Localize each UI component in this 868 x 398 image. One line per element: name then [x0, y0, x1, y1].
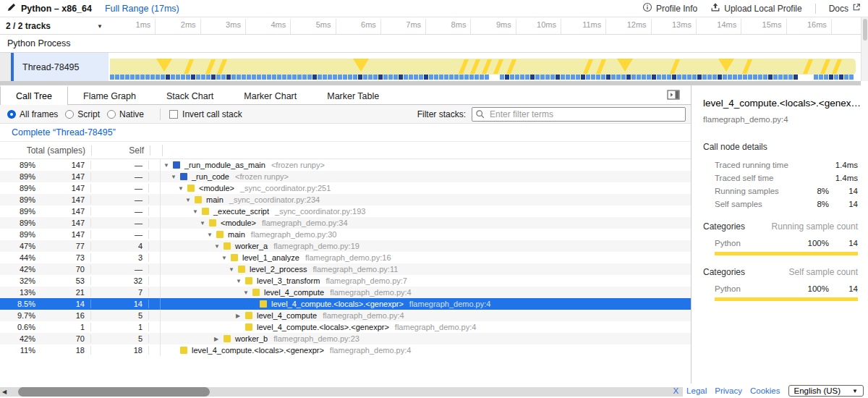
call-tree-row[interactable]: 9.7%165▶level_4_computeflamegraph_demo.p…: [0, 310, 691, 321]
tab-flame-graph[interactable]: Flame Graph: [68, 85, 151, 104]
ruler-tick-label: 15ms: [743, 20, 782, 29]
call-tree-row[interactable]: 89%147—▼_run_module_as_main<frozen runpy…: [0, 159, 691, 171]
row-self-samples: —: [91, 184, 149, 192]
invert-call-stack-checkbox[interactable]: Invert call stack: [169, 109, 242, 119]
twisty-expanded-icon[interactable]: ▼: [178, 185, 187, 192]
sample-strip[interactable]: [110, 75, 856, 80]
twisty-collapsed-icon[interactable]: ▶: [236, 313, 245, 319]
tab-stack-chart[interactable]: Stack Chart: [151, 85, 229, 104]
profile-name-button[interactable]: Python – x86_64: [0, 3, 92, 14]
language-select[interactable]: English (US) ▼: [788, 385, 864, 397]
sample-tick: [728, 75, 732, 80]
call-tree-row[interactable]: 11%1818level_4_compute.<locals>.<genexpr…: [0, 344, 691, 356]
docs-link[interactable]: Docs: [829, 3, 861, 14]
call-tree-row[interactable]: 89%147—▼main_sync_coordinator.py:234: [0, 194, 691, 206]
row-total-percent: 47%: [0, 242, 38, 250]
row-function-cell: ▼level_3_transformflamegraph_demo.py:7: [161, 276, 691, 285]
row-function-cell: ▶level_4_computeflamegraph_demo.py:4: [161, 311, 691, 320]
radio-all-frames[interactable]: All frames: [7, 109, 58, 119]
tab-call-tree[interactable]: Call Tree: [0, 85, 68, 105]
call-node-detail-row: Traced running time1.4ms: [692, 158, 868, 172]
call-tree-row[interactable]: 13%217▼level_4_computeflamegraph_demo.py…: [0, 287, 691, 298]
horizontal-scrollbar[interactable]: ◀: [0, 387, 683, 397]
call-tree-row[interactable]: 89%147—▼_execute_script_sync_coordinator…: [0, 206, 691, 217]
tracks-vertical-scrollbar[interactable]: [861, 17, 868, 81]
sample-tick: [196, 75, 200, 80]
privacy-link[interactable]: Privacy: [715, 386, 742, 395]
twisty-expanded-icon[interactable]: ▼: [192, 208, 202, 215]
call-tree-row[interactable]: 32%5332▼level_3_transformflamegraph_demo…: [0, 275, 691, 287]
call-tree-row[interactable]: 89%147—▼mainflamegraph_demo.py:30: [0, 229, 691, 240]
timeline-ruler[interactable]: 2 / 2 tracks ▼ 1ms2ms3ms4ms5ms6ms7ms8ms9…: [0, 17, 861, 35]
thread-track-label[interactable]: Thread-78495: [14, 53, 109, 81]
row-icon-cell: [149, 275, 161, 287]
call-tree-row[interactable]: 44%733▼level_1_analyzeflamegraph_demo.py…: [0, 252, 691, 263]
call-tree-row[interactable]: 0.6%11level_4_compute.<locals>.<genexpr>…: [0, 321, 691, 333]
cookies-link[interactable]: Cookies: [750, 386, 780, 395]
category-python-icon: [187, 185, 195, 192]
thread-track[interactable]: Thread-78495: [0, 53, 861, 81]
process-track-header[interactable]: Python Process: [0, 35, 861, 53]
full-range-link[interactable]: Full Range (17ms): [105, 4, 179, 14]
twisty-expanded-icon[interactable]: ▼: [214, 243, 224, 250]
scroll-left-arrow-icon[interactable]: ◀: [2, 389, 7, 395]
legal-link[interactable]: Legal: [686, 386, 707, 395]
row-total-percent: 89%: [0, 195, 38, 204]
row-function-cell: ▼<module>_sync_coordinator.py:251: [161, 184, 691, 192]
marker-slash: [670, 59, 680, 74]
twisty-expanded-icon[interactable]: ▼: [221, 255, 231, 261]
twisty-expanded-icon[interactable]: ▼: [171, 174, 180, 180]
sample-tick: [302, 75, 307, 80]
call-tree-row[interactable]: 89%147—▼<module>_sync_coordinator.py:251: [0, 182, 691, 194]
call-tree-row[interactable]: 47%774▼worker_aflamegraph_demo.py:19: [0, 240, 691, 252]
twisty-expanded-icon[interactable]: ▼: [207, 232, 216, 238]
row-icon-cell: [149, 252, 161, 263]
upload-profile-button[interactable]: Upload Local Profile: [710, 2, 801, 14]
row-function-cell: ▶worker_bflamegraph_demo.py:23: [161, 334, 691, 343]
tracks-dropdown[interactable]: 2 / 2 tracks ▼: [0, 17, 109, 35]
twisty-expanded-icon[interactable]: ▼: [236, 278, 245, 284]
twisty-expanded-icon[interactable]: ▼: [229, 266, 238, 273]
sample-tick: [454, 75, 459, 80]
tab-marker-table[interactable]: Marker Table: [312, 85, 394, 104]
sample-tick: [626, 75, 631, 80]
marker-slash: [184, 59, 194, 74]
row-total-samples: 147: [38, 230, 91, 239]
chevron-down-icon: ▼: [852, 388, 858, 394]
twisty-expanded-icon[interactable]: ▼: [243, 289, 252, 296]
sidebar-file-line: flamegraph_demo.py:4: [692, 109, 868, 124]
x-social-link[interactable]: X: [673, 386, 678, 395]
call-tree-row[interactable]: 8.5%1414level_4_compute.<locals>.<genexp…: [0, 298, 691, 310]
twisty-collapsed-icon[interactable]: ▶: [214, 336, 224, 342]
detail-percent: 8%: [796, 187, 829, 195]
sample-tick: [849, 75, 854, 80]
sample-tick: [824, 75, 828, 80]
twisty-expanded-icon[interactable]: ▼: [185, 197, 195, 203]
twisty-expanded-icon[interactable]: ▼: [200, 220, 209, 226]
tab-marker-chart[interactable]: Marker Chart: [229, 85, 312, 104]
category-breakdown: CategoriesRunning sample countPython100%…: [692, 211, 868, 301]
call-tree-row[interactable]: 42%70—▼level_2_processflamegraph_demo.py…: [0, 263, 691, 275]
call-tree-row[interactable]: 89%147—▼_run_code<frozen runpy>: [0, 171, 691, 182]
sidebar-toggle-button[interactable]: [666, 89, 681, 101]
profile-info-button[interactable]: Profile Info: [642, 2, 697, 14]
activity-graph[interactable]: [110, 59, 856, 75]
twisty-expanded-icon[interactable]: ▼: [163, 162, 173, 169]
total-samples-column-header[interactable]: Total (samples): [0, 145, 92, 156]
self-column-header[interactable]: Self: [92, 145, 150, 156]
radio-script[interactable]: Script: [65, 109, 100, 119]
sample-tick: [353, 75, 357, 80]
thread-track-visualization[interactable]: [109, 53, 861, 81]
row-function-cell: ▼level_4_computeflamegraph_demo.py:4: [161, 288, 691, 297]
radio-native[interactable]: Native: [107, 109, 144, 119]
call-tree-row[interactable]: 89%147—▼<module>flamegraph_demo.py:34: [0, 217, 691, 229]
row-function-cell: ▼mainflamegraph_demo.py:30: [161, 230, 691, 239]
horizontal-scroll-thumb[interactable]: [18, 387, 210, 397]
category-python-icon: [202, 208, 209, 215]
filter-stacks-input[interactable]: [472, 107, 686, 122]
vertical-scroll-thumb[interactable]: [863, 19, 867, 41]
breadcrumb-complete-thread[interactable]: Complete “Thread-78495”: [0, 127, 116, 137]
marker-slash: [583, 59, 593, 74]
ruler-tick-label: 3ms: [202, 20, 241, 29]
call-tree-row[interactable]: 42%705▶worker_bflamegraph_demo.py:23: [0, 333, 691, 344]
